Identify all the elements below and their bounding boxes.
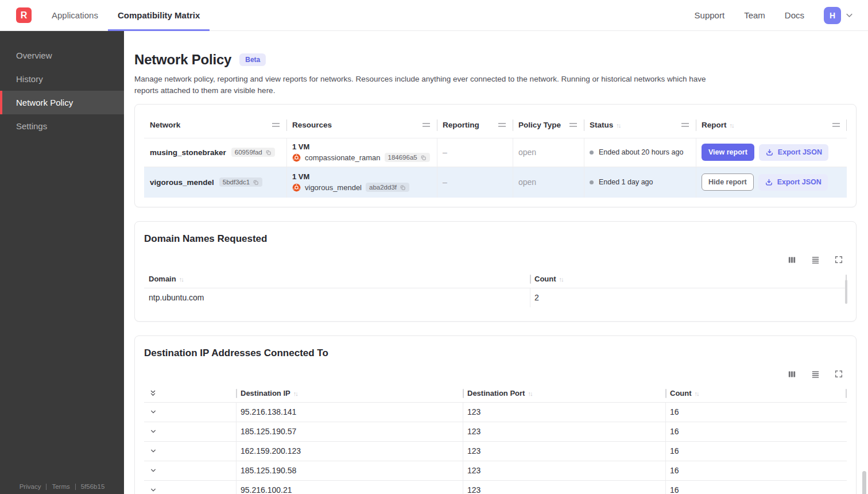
destination-port-value: 123 bbox=[463, 461, 665, 480]
destination-ip-value: 162.159.200.123 bbox=[236, 442, 463, 461]
row-expand-chevron-icon[interactable] bbox=[149, 485, 158, 494]
row-expand-chevron-icon[interactable] bbox=[149, 427, 158, 436]
copy-icon[interactable] bbox=[253, 179, 259, 186]
build-version: 5f56b15 bbox=[81, 483, 105, 490]
column-header-status[interactable]: Status ↑↓ bbox=[584, 113, 696, 138]
destination-port-value: 123 bbox=[463, 403, 665, 422]
table-toolbar bbox=[144, 255, 843, 265]
vm-id-badge[interactable]: aba2dd3f bbox=[366, 183, 409, 192]
nav-link-team[interactable]: Team bbox=[744, 10, 765, 20]
sort-icon[interactable]: ↑↓ bbox=[179, 276, 183, 283]
row-expand-chevron-icon[interactable] bbox=[149, 407, 158, 416]
network-id-badge[interactable]: 5bdf3dc1 bbox=[219, 177, 262, 187]
vm-name: compassionate_raman bbox=[305, 153, 381, 162]
expand-all-icon[interactable] bbox=[149, 389, 157, 397]
destination-ip-value: 95.216.100.21 bbox=[236, 481, 463, 494]
resources-summary: 1 VM bbox=[292, 172, 309, 181]
sort-icon[interactable]: ↑↓ bbox=[695, 390, 699, 397]
sidebar-item-settings[interactable]: Settings bbox=[0, 114, 124, 138]
sort-icon[interactable]: ↑↓ bbox=[730, 122, 734, 129]
sidebar-item-history[interactable]: History bbox=[0, 67, 124, 91]
sidebar-item-overview[interactable]: Overview bbox=[0, 44, 124, 67]
app-logo[interactable]: R bbox=[16, 7, 32, 23]
vm-id-badge[interactable]: 184696a5 bbox=[385, 153, 430, 162]
resources-cell: 1 VM compassionate_raman 184696a5 bbox=[286, 138, 437, 167]
expand-all-column-header[interactable] bbox=[144, 385, 236, 402]
nav-link-support[interactable]: Support bbox=[695, 10, 725, 20]
column-header-destination-port[interactable]: Destination Port ↑↓ bbox=[463, 385, 665, 402]
column-header-network[interactable]: Network bbox=[144, 113, 286, 138]
avatar[interactable]: H bbox=[824, 7, 841, 24]
column-label: Count bbox=[534, 275, 556, 283]
column-label: Reporting bbox=[443, 121, 479, 129]
download-icon bbox=[765, 148, 774, 157]
page-title: Network Policy bbox=[134, 52, 231, 68]
navbar-right: Support Team Docs H bbox=[695, 7, 868, 24]
page-scrollbar-thumb[interactable] bbox=[862, 471, 866, 494]
row-expand-chevron-icon[interactable] bbox=[149, 466, 158, 475]
table-toolbar bbox=[144, 369, 843, 379]
hide-report-button[interactable]: Hide report bbox=[702, 173, 754, 191]
destination-ip-value: 185.125.190.58 bbox=[236, 461, 463, 480]
tab-applications[interactable]: Applications bbox=[42, 0, 108, 31]
copy-icon[interactable] bbox=[400, 184, 406, 191]
rows-icon[interactable] bbox=[811, 255, 820, 265]
count-value: 16 bbox=[665, 422, 847, 441]
copy-icon[interactable] bbox=[265, 149, 272, 156]
copy-icon[interactable] bbox=[420, 155, 427, 161]
count-value: 16 bbox=[665, 403, 847, 422]
terms-link[interactable]: Terms bbox=[52, 483, 69, 490]
status-dot bbox=[590, 150, 594, 155]
export-json-button[interactable]: Export JSON bbox=[758, 174, 828, 191]
policy-type-value: open bbox=[513, 138, 584, 167]
network-id-badge[interactable]: 60959fad bbox=[231, 148, 275, 157]
view-report-button[interactable]: View report bbox=[702, 144, 754, 161]
networks-table-card: Network Resources Reporting Policy Type … bbox=[134, 104, 857, 207]
tab-compatibility-matrix[interactable]: Compatibility Matrix bbox=[108, 0, 210, 31]
column-header-reporting[interactable]: Reporting bbox=[437, 113, 513, 138]
column-header-report[interactable]: Report ↑↓ bbox=[696, 113, 847, 138]
column-header-destination-ip[interactable]: Destination IP ↑↓ bbox=[236, 385, 463, 402]
column-drag-handle-icon[interactable] bbox=[498, 123, 506, 127]
columns-icon[interactable] bbox=[787, 255, 797, 265]
status-cell: Ended about 20 hours ago bbox=[584, 138, 696, 167]
privacy-link[interactable]: Privacy bbox=[20, 483, 41, 490]
resources-summary: 1 VM bbox=[292, 142, 309, 151]
row-expand-chevron-icon[interactable] bbox=[149, 446, 158, 456]
export-json-button[interactable]: Export JSON bbox=[759, 144, 828, 161]
network-name: musing_stonebraker bbox=[150, 148, 226, 157]
scrollbar-thumb[interactable] bbox=[845, 280, 847, 304]
rows-icon[interactable] bbox=[811, 369, 820, 379]
sidebar-footer: Privacy Terms 5f56b15 bbox=[0, 483, 124, 490]
columns-icon[interactable] bbox=[787, 369, 797, 379]
divider bbox=[46, 484, 46, 490]
card-title: Destination IP Addresses Connected To bbox=[144, 348, 847, 359]
expand-icon[interactable] bbox=[834, 255, 843, 264]
chevron-down-icon[interactable] bbox=[844, 10, 854, 20]
column-drag-handle-icon[interactable] bbox=[423, 123, 430, 127]
sort-icon[interactable]: ↑↓ bbox=[559, 276, 563, 283]
column-header-domain[interactable]: Domain ↑↓ bbox=[144, 271, 530, 288]
network-id: 60959fad bbox=[235, 149, 262, 156]
column-header-policy-type[interactable]: Policy Type bbox=[513, 113, 584, 138]
sort-icon[interactable]: ↑↓ bbox=[528, 390, 532, 397]
column-header-count[interactable]: Count ↑↓ bbox=[530, 271, 847, 288]
sort-icon[interactable]: ↑↓ bbox=[616, 122, 620, 129]
export-json-label: Export JSON bbox=[777, 178, 822, 186]
reporting-value: – bbox=[437, 167, 513, 198]
sidebar-item-network-policy[interactable]: Network Policy bbox=[0, 91, 124, 114]
column-drag-handle-icon[interactable] bbox=[681, 123, 689, 127]
column-drag-handle-icon[interactable] bbox=[272, 123, 280, 127]
column-drag-handle-icon[interactable] bbox=[832, 123, 840, 127]
nav-link-docs[interactable]: Docs bbox=[785, 10, 804, 20]
column-header-resources[interactable]: Resources bbox=[286, 113, 437, 138]
count-value: 16 bbox=[665, 442, 847, 461]
network-id: 5bdf3dc1 bbox=[223, 179, 250, 186]
policy-type-value: open bbox=[513, 167, 584, 198]
expand-icon[interactable] bbox=[834, 369, 843, 379]
column-drag-handle-icon[interactable] bbox=[569, 123, 577, 127]
status-dot bbox=[590, 180, 594, 184]
column-header-count[interactable]: Count ↑↓ bbox=[665, 385, 847, 402]
column-label: Domain bbox=[149, 275, 176, 283]
sort-icon[interactable]: ↑↓ bbox=[293, 390, 297, 397]
